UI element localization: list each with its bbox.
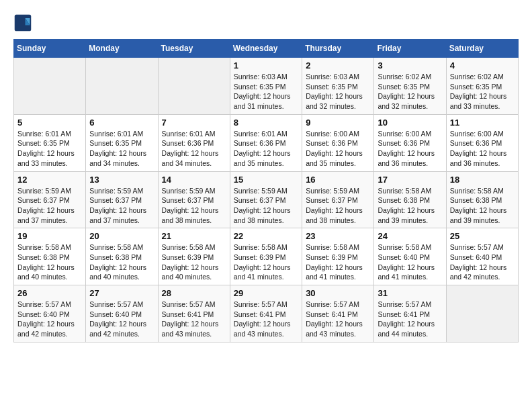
calendar-cell: 19Sunrise: 5:58 AM Sunset: 6:38 PM Dayli… <box>14 228 86 285</box>
day-number: 11 <box>450 118 515 128</box>
calendar-body: 1Sunrise: 6:03 AM Sunset: 6:35 PM Daylig… <box>14 58 519 342</box>
day-info: Sunrise: 6:00 AM Sunset: 6:36 PM Dayligh… <box>450 129 515 169</box>
weekday-row: SundayMondayTuesdayWednesdayThursdayFrid… <box>14 40 519 58</box>
day-info: Sunrise: 5:58 AM Sunset: 6:38 PM Dayligh… <box>17 242 82 282</box>
calendar-cell: 16Sunrise: 5:59 AM Sunset: 6:37 PM Dayli… <box>302 171 374 228</box>
day-info: Sunrise: 6:00 AM Sunset: 6:36 PM Dayligh… <box>306 129 370 169</box>
calendar-week-3: 12Sunrise: 5:59 AM Sunset: 6:37 PM Dayli… <box>14 171 519 228</box>
weekday-header-wednesday: Wednesday <box>230 40 302 58</box>
calendar-table: SundayMondayTuesdayWednesdayThursdayFrid… <box>13 39 519 342</box>
day-info: Sunrise: 6:03 AM Sunset: 6:35 PM Dayligh… <box>234 72 298 111</box>
calendar-cell: 23Sunrise: 5:58 AM Sunset: 6:39 PM Dayli… <box>302 228 374 285</box>
calendar-cell: 10Sunrise: 6:00 AM Sunset: 6:36 PM Dayli… <box>374 114 446 171</box>
calendar-cell: 26Sunrise: 5:57 AM Sunset: 6:40 PM Dayli… <box>14 285 86 342</box>
calendar-cell: 5Sunrise: 6:01 AM Sunset: 6:35 PM Daylig… <box>14 114 86 171</box>
calendar-cell: 25Sunrise: 5:57 AM Sunset: 6:40 PM Dayli… <box>446 228 518 285</box>
calendar-cell: 11Sunrise: 6:00 AM Sunset: 6:36 PM Dayli… <box>446 114 518 171</box>
day-number: 1 <box>234 60 298 71</box>
day-number: 12 <box>17 175 82 185</box>
calendar-week-1: 1Sunrise: 6:03 AM Sunset: 6:35 PM Daylig… <box>14 58 519 115</box>
calendar-cell: 15Sunrise: 5:59 AM Sunset: 6:37 PM Dayli… <box>230 171 302 228</box>
day-number: 18 <box>450 175 515 185</box>
day-info: Sunrise: 6:01 AM Sunset: 6:36 PM Dayligh… <box>234 129 298 169</box>
calendar-cell <box>446 285 518 342</box>
day-info: Sunrise: 5:57 AM Sunset: 6:40 PM Dayligh… <box>17 300 82 339</box>
day-number: 21 <box>162 231 226 241</box>
calendar-header: SundayMondayTuesdayWednesdayThursdayFrid… <box>14 40 519 58</box>
calendar-cell: 17Sunrise: 5:58 AM Sunset: 6:38 PM Dayli… <box>374 171 446 228</box>
day-info: Sunrise: 5:57 AM Sunset: 6:41 PM Dayligh… <box>378 300 442 339</box>
day-info: Sunrise: 5:57 AM Sunset: 6:41 PM Dayligh… <box>234 300 298 339</box>
day-info: Sunrise: 6:00 AM Sunset: 6:36 PM Dayligh… <box>378 129 442 169</box>
calendar-cell: 12Sunrise: 5:59 AM Sunset: 6:37 PM Dayli… <box>14 171 86 228</box>
calendar-cell: 18Sunrise: 5:58 AM Sunset: 6:38 PM Dayli… <box>446 171 518 228</box>
day-info: Sunrise: 5:58 AM Sunset: 6:38 PM Dayligh… <box>89 242 154 282</box>
calendar-cell: 21Sunrise: 5:58 AM Sunset: 6:39 PM Dayli… <box>158 228 230 285</box>
day-info: Sunrise: 5:59 AM Sunset: 6:37 PM Dayligh… <box>234 186 298 226</box>
day-number: 31 <box>378 288 442 298</box>
calendar-cell <box>14 58 86 115</box>
day-info: Sunrise: 6:01 AM Sunset: 6:35 PM Dayligh… <box>17 129 82 169</box>
calendar-cell: 6Sunrise: 6:01 AM Sunset: 6:35 PM Daylig… <box>86 114 158 171</box>
weekday-header-thursday: Thursday <box>302 40 374 58</box>
day-info: Sunrise: 5:58 AM Sunset: 6:39 PM Dayligh… <box>234 242 298 282</box>
weekday-header-saturday: Saturday <box>446 40 518 58</box>
day-number: 25 <box>450 231 515 241</box>
day-info: Sunrise: 5:59 AM Sunset: 6:37 PM Dayligh… <box>162 186 226 226</box>
day-info: Sunrise: 5:58 AM Sunset: 6:39 PM Dayligh… <box>162 242 226 282</box>
weekday-header-tuesday: Tuesday <box>158 40 230 58</box>
day-number: 10 <box>378 118 442 128</box>
day-number: 30 <box>306 288 370 298</box>
calendar-cell: 28Sunrise: 5:57 AM Sunset: 6:41 PM Dayli… <box>158 285 230 342</box>
day-number: 8 <box>234 118 298 128</box>
day-info: Sunrise: 5:57 AM Sunset: 6:41 PM Dayligh… <box>306 300 370 339</box>
day-number: 20 <box>89 231 154 241</box>
weekday-header-monday: Monday <box>86 40 158 58</box>
calendar-cell: 31Sunrise: 5:57 AM Sunset: 6:41 PM Dayli… <box>374 285 446 342</box>
day-number: 2 <box>306 60 370 71</box>
logo-icon <box>13 13 32 32</box>
day-number: 3 <box>378 60 442 71</box>
calendar-cell: 7Sunrise: 6:01 AM Sunset: 6:36 PM Daylig… <box>158 114 230 171</box>
day-info: Sunrise: 5:57 AM Sunset: 6:41 PM Dayligh… <box>162 300 226 339</box>
calendar-week-5: 26Sunrise: 5:57 AM Sunset: 6:40 PM Dayli… <box>14 285 519 342</box>
day-number: 27 <box>89 288 154 298</box>
day-info: Sunrise: 6:01 AM Sunset: 6:35 PM Dayligh… <box>89 129 154 169</box>
day-number: 17 <box>378 175 442 185</box>
day-number: 9 <box>306 118 370 128</box>
weekday-header-sunday: Sunday <box>14 40 86 58</box>
day-number: 6 <box>89 118 154 128</box>
calendar-cell: 30Sunrise: 5:57 AM Sunset: 6:41 PM Dayli… <box>302 285 374 342</box>
calendar-cell: 9Sunrise: 6:00 AM Sunset: 6:36 PM Daylig… <box>302 114 374 171</box>
day-number: 16 <box>306 175 370 185</box>
calendar-cell: 4Sunrise: 6:02 AM Sunset: 6:35 PM Daylig… <box>446 58 518 115</box>
calendar-cell: 1Sunrise: 6:03 AM Sunset: 6:35 PM Daylig… <box>230 58 302 115</box>
weekday-header-friday: Friday <box>374 40 446 58</box>
calendar-week-4: 19Sunrise: 5:58 AM Sunset: 6:38 PM Dayli… <box>14 228 519 285</box>
calendar-cell: 22Sunrise: 5:58 AM Sunset: 6:39 PM Dayli… <box>230 228 302 285</box>
calendar-cell: 27Sunrise: 5:57 AM Sunset: 6:40 PM Dayli… <box>86 285 158 342</box>
calendar-cell <box>86 58 158 115</box>
calendar-cell: 3Sunrise: 6:02 AM Sunset: 6:35 PM Daylig… <box>374 58 446 115</box>
day-number: 7 <box>162 118 226 128</box>
day-number: 14 <box>162 175 226 185</box>
day-info: Sunrise: 6:02 AM Sunset: 6:35 PM Dayligh… <box>378 72 442 111</box>
day-number: 26 <box>17 288 82 298</box>
day-info: Sunrise: 5:59 AM Sunset: 6:37 PM Dayligh… <box>89 186 154 226</box>
day-number: 24 <box>378 231 442 241</box>
calendar-cell: 2Sunrise: 6:03 AM Sunset: 6:35 PM Daylig… <box>302 58 374 115</box>
day-info: Sunrise: 5:59 AM Sunset: 6:37 PM Dayligh… <box>17 186 82 226</box>
day-number: 29 <box>234 288 298 298</box>
day-info: Sunrise: 5:58 AM Sunset: 6:38 PM Dayligh… <box>378 186 442 226</box>
day-info: Sunrise: 5:58 AM Sunset: 6:38 PM Dayligh… <box>450 186 515 226</box>
calendar-cell: 29Sunrise: 5:57 AM Sunset: 6:41 PM Dayli… <box>230 285 302 342</box>
day-number: 23 <box>306 231 370 241</box>
day-info: Sunrise: 5:59 AM Sunset: 6:37 PM Dayligh… <box>306 186 370 226</box>
day-number: 19 <box>17 231 82 241</box>
day-number: 5 <box>17 118 82 128</box>
calendar-cell: 14Sunrise: 5:59 AM Sunset: 6:37 PM Dayli… <box>158 171 230 228</box>
day-info: Sunrise: 6:02 AM Sunset: 6:35 PM Dayligh… <box>450 72 515 111</box>
logo <box>13 13 35 32</box>
day-info: Sunrise: 5:58 AM Sunset: 6:39 PM Dayligh… <box>306 242 370 282</box>
day-number: 15 <box>234 175 298 185</box>
